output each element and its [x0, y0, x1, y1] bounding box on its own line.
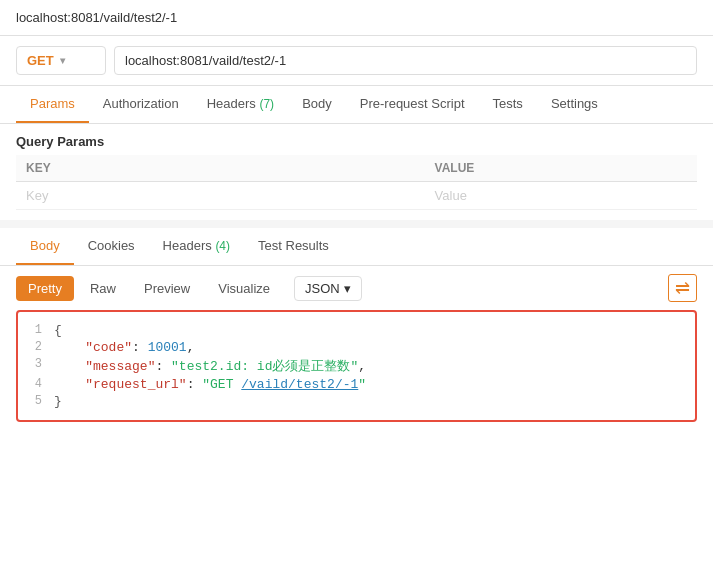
line-num-5: 5	[18, 394, 54, 408]
res-tab-test-results[interactable]: Test Results	[244, 228, 343, 265]
line-num-1: 1	[18, 323, 54, 337]
tab-params[interactable]: Params	[16, 86, 89, 123]
response-tabs: Body Cookies Headers (4) Test Results	[0, 228, 713, 266]
line-num-4: 4	[18, 377, 54, 391]
url-input[interactable]	[114, 46, 697, 75]
line-num-3: 3	[18, 357, 54, 371]
tab-pre-request[interactable]: Pre-request Script	[346, 86, 479, 123]
fmt-visualize-button[interactable]: Visualize	[206, 276, 282, 301]
title-bar: localhost:8081/vaild/test2/-1	[0, 0, 713, 36]
line-content-1: {	[54, 323, 62, 338]
wrap-lines-icon: ⇌	[675, 277, 690, 299]
json-select[interactable]: JSON ▾	[294, 276, 362, 301]
line-content-2: "code": 10001,	[54, 340, 194, 355]
line-content-3: "message": "test2.id: id必须是正整数",	[54, 357, 366, 375]
tab-headers[interactable]: Headers (7)	[193, 86, 288, 123]
code-line-1: 1 {	[18, 322, 695, 339]
json-chevron-icon: ▾	[344, 281, 351, 296]
code-line-5: 5 }	[18, 393, 695, 410]
method-label: GET	[27, 53, 54, 68]
code-line-4: 4 "request_url": "GET /vaild/test2/-1"	[18, 376, 695, 393]
json-label: JSON	[305, 281, 340, 296]
fmt-pretty-button[interactable]: Pretty	[16, 276, 74, 301]
tab-body[interactable]: Body	[288, 86, 346, 123]
tab-tests[interactable]: Tests	[479, 86, 537, 123]
res-tab-cookies[interactable]: Cookies	[74, 228, 149, 265]
line-content-5: }	[54, 394, 62, 409]
url-bar: GET ▾	[0, 36, 713, 86]
code-line-2: 2 "code": 10001,	[18, 339, 695, 356]
request-tabs: Params Authorization Headers (7) Body Pr…	[0, 86, 713, 124]
fmt-raw-button[interactable]: Raw	[78, 276, 128, 301]
format-bar: Pretty Raw Preview Visualize JSON ▾ ⇌	[0, 266, 713, 310]
code-area: 1 { 2 "code": 10001, 3 "message": "test2…	[16, 310, 697, 422]
key-placeholder[interactable]: Key	[16, 182, 425, 210]
res-headers-badge: (4)	[215, 239, 230, 253]
fmt-preview-button[interactable]: Preview	[132, 276, 202, 301]
headers-badge: (7)	[259, 97, 274, 111]
res-tab-headers[interactable]: Headers (4)	[149, 228, 244, 265]
section-divider	[0, 220, 713, 228]
tab-authorization[interactable]: Authorization	[89, 86, 193, 123]
value-column-header: VALUE	[425, 155, 697, 182]
params-table: KEY VALUE Key Value	[16, 155, 697, 210]
method-chevron-icon: ▾	[60, 55, 65, 66]
key-column-header: KEY	[16, 155, 425, 182]
line-num-2: 2	[18, 340, 54, 354]
wrap-icon[interactable]: ⇌	[668, 274, 697, 302]
code-line-3: 3 "message": "test2.id: id必须是正整数",	[18, 356, 695, 376]
value-placeholder[interactable]: Value	[425, 182, 697, 210]
query-params-header: Query Params	[0, 124, 713, 155]
tab-settings[interactable]: Settings	[537, 86, 612, 123]
table-row: Key Value	[16, 182, 697, 210]
method-select[interactable]: GET ▾	[16, 46, 106, 75]
res-tab-body[interactable]: Body	[16, 228, 74, 265]
title-url: localhost:8081/vaild/test2/-1	[16, 10, 177, 25]
line-content-4: "request_url": "GET /vaild/test2/-1"	[54, 377, 366, 392]
